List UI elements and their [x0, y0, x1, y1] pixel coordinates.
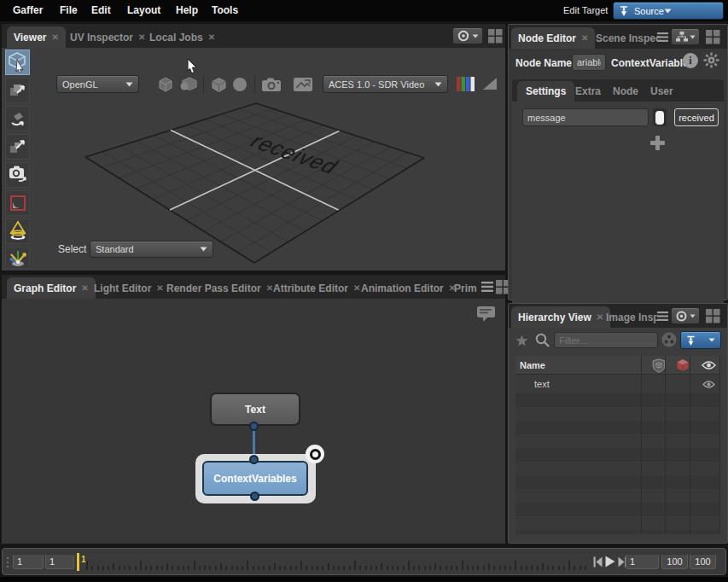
node-text[interactable]: Text [210, 393, 300, 426]
node-name-field[interactable] [572, 54, 606, 71]
crop-window-icon [9, 195, 26, 212]
tab-graph-editor[interactable]: Graph Editor✕ [7, 277, 96, 299]
render-cube-column-icon[interactable] [676, 358, 690, 372]
display-transform-dropdown[interactable]: ACES 1.0 - SDR Video [323, 75, 448, 93]
viewer-viewport[interactable]: received OpenGL [2, 48, 505, 271]
gear-icon[interactable] [703, 52, 719, 68]
tab-viewer[interactable]: Viewer✕ [7, 26, 66, 48]
shield-cube-column-icon[interactable] [652, 358, 666, 373]
translate-tool-button[interactable] [5, 78, 30, 103]
tab-node-editor[interactable]: Node Editor✕ [511, 27, 595, 49]
chevron-down-icon [200, 247, 207, 252]
viewer-settings-button[interactable] [452, 27, 483, 44]
menu-lines-icon[interactable] [657, 32, 668, 42]
node-editor-mode-button[interactable] [671, 28, 700, 45]
shaded-sphere-button[interactable] [229, 75, 251, 94]
name-column-header[interactable]: Name [520, 360, 545, 370]
tab-light-editor[interactable]: Light Editor✕ [87, 277, 171, 299]
layout-grid-icon[interactable] [706, 30, 720, 44]
annotation-bubble-icon[interactable] [476, 306, 497, 324]
tab-hierarchy-view[interactable]: Hierarchy View✕ [511, 306, 610, 328]
play-icon[interactable] [605, 556, 615, 567]
text-node-output-plug[interactable] [249, 422, 259, 431]
add-variable-button[interactable] [650, 136, 665, 150]
menu-lines-icon[interactable] [481, 282, 493, 292]
menu-lines-icon[interactable] [657, 311, 668, 321]
current-frame-field[interactable] [626, 554, 659, 569]
channel-select-button[interactable] [455, 74, 475, 93]
close-icon[interactable]: ✕ [208, 32, 215, 42]
tab-render-pass-editor[interactable]: Render Pass Editor✕ [160, 277, 280, 299]
tab-prim-truncated[interactable]: Prim [447, 277, 479, 299]
close-icon[interactable]: ✕ [51, 32, 58, 42]
light-tool-button[interactable] [5, 218, 30, 244]
filter-input[interactable] [554, 332, 658, 348]
eye-icon[interactable] [702, 380, 715, 389]
exposure-gamma-button[interactable] [480, 74, 500, 93]
renderer-dropdown[interactable]: OpenGL [56, 75, 139, 93]
search-scope-icon[interactable] [661, 332, 677, 347]
chevron-down-icon [125, 82, 133, 87]
bookmark-star-icon[interactable] [515, 335, 528, 346]
variable-name-field[interactable] [522, 108, 649, 126]
visibility-column-icon[interactable] [702, 360, 716, 370]
subtab-extra[interactable]: Extra [567, 81, 609, 102]
tab-attribute-editor[interactable]: Attribute Editor✕ [266, 277, 367, 299]
chevron-down-icon [690, 314, 696, 318]
playback-end-field[interactable] [690, 554, 716, 569]
subtab-node[interactable]: Node [604, 81, 647, 102]
layout-grid-icon[interactable] [488, 29, 503, 44]
menu-gaffer[interactable]: Gaffer [13, 4, 43, 16]
hierarchy-mode-button[interactable] [671, 307, 700, 324]
search-icon[interactable] [535, 333, 550, 347]
cube-icon [211, 77, 227, 93]
image-compare-button[interactable] [290, 75, 315, 94]
menu-layout[interactable]: Layout [127, 4, 160, 16]
wireframe-mode-button[interactable] [208, 75, 229, 94]
menu-edit[interactable]: Edit [91, 4, 111, 16]
menu-tools[interactable]: Tools [212, 4, 238, 16]
cv-node-output-plug[interactable] [250, 492, 259, 501]
rotate-icon [9, 109, 27, 128]
rotate-tool-button[interactable] [5, 106, 30, 131]
focus-indicator[interactable] [306, 445, 324, 463]
info-icon[interactable]: i [683, 53, 698, 68]
camera-tool-button[interactable] [5, 162, 30, 188]
tab-image-inspector-truncated[interactable]: Image Inspe [599, 306, 657, 328]
focus-ring-icon [310, 449, 321, 460]
viewer-tab-bar: Viewer✕ UV Inspector✕ Local Jobs✕ [2, 24, 505, 48]
frame-ruler[interactable] [3, 549, 591, 576]
crop-window-tool-button[interactable] [5, 190, 30, 216]
shading-mode-button[interactable] [155, 75, 176, 94]
bottom-strip [0, 577, 728, 582]
expansion-button[interactable] [178, 75, 200, 94]
column-separator [690, 356, 690, 534]
scale-tool-button[interactable] [5, 134, 30, 160]
menu-help[interactable]: Help [176, 4, 198, 16]
subtab-user[interactable]: User [642, 81, 682, 102]
cv-node-input-plug[interactable] [249, 455, 259, 464]
edit-scope-dropdown[interactable] [680, 331, 721, 349]
edit-target-dropdown[interactable]: Source [613, 2, 724, 20]
layout-grid-icon[interactable] [706, 309, 720, 323]
variable-value-field[interactable]: received [674, 108, 719, 126]
node-graph-icon [676, 32, 688, 42]
light-position-tool-button[interactable] [5, 247, 30, 269]
range-end-field[interactable] [661, 554, 688, 569]
graph-canvas[interactable]: Text ContextVariables [2, 299, 505, 544]
tab-local-jobs[interactable]: Local Jobs✕ [143, 26, 222, 48]
select-mode-dropdown[interactable]: Standard [90, 241, 213, 258]
tab-uv-inspector[interactable]: UV Inspector✕ [63, 26, 152, 48]
camera-settings-button[interactable] [259, 75, 283, 94]
node-context-variables[interactable]: ContextVariables [202, 461, 308, 496]
tab-scene-inspector-truncated[interactable]: Scene Inspecto [589, 27, 661, 49]
shaded-cube-icon [157, 76, 174, 93]
select-tool-button[interactable] [5, 49, 30, 75]
target-icon [457, 30, 469, 42]
close-icon[interactable]: ✕ [581, 33, 588, 43]
node-editor-tab-bar: Node Editor✕ Scene Inspecto [509, 25, 727, 49]
skip-to-start-icon[interactable] [593, 556, 603, 567]
variable-type-toggle[interactable] [653, 108, 667, 126]
menu-file[interactable]: File [60, 4, 78, 16]
tab-animation-editor[interactable]: Animation Editor✕ [354, 277, 463, 299]
